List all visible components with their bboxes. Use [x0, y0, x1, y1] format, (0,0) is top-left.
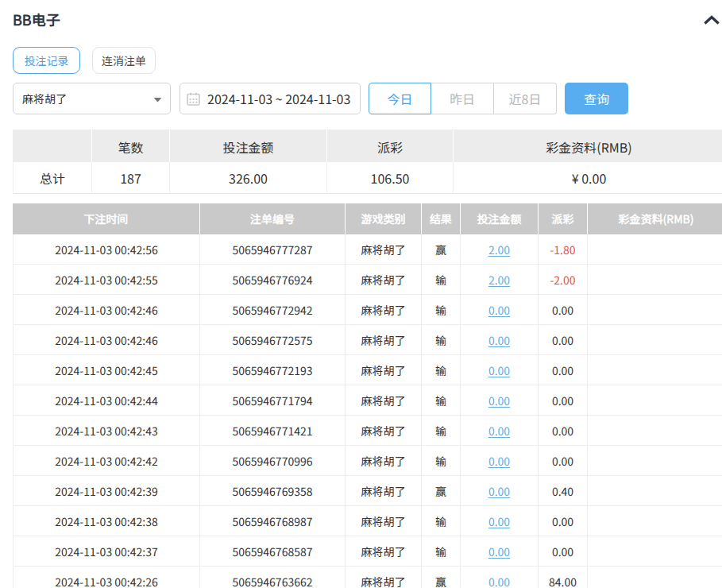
cell-result: 输	[422, 295, 461, 325]
cell-bet-number: 5065946771794	[200, 385, 346, 416]
date-range-picker[interactable]: 2024-11-03 ~ 2024-11-03	[180, 83, 361, 114]
summary-col-empty	[13, 130, 92, 162]
cell-payout: 84.00	[539, 567, 588, 588]
cell-bonus	[588, 234, 722, 265]
cell-bet-time: 2024-11-03 00:42:38	[13, 506, 200, 536]
cell-result: 赢	[422, 476, 461, 506]
tab-cancelled-bets[interactable]: 连消注单	[92, 47, 156, 74]
cell-bet-amount: 0.00	[461, 295, 539, 325]
records-col-result: 结果	[422, 203, 461, 234]
summary-total-row: 总计 187 326.00 106.50 ¥ 0.00	[13, 162, 722, 194]
chevron-up-icon	[702, 14, 721, 28]
caret-down-icon	[153, 98, 162, 103]
summary-total-payout: 106.50	[327, 162, 454, 194]
record-row: 2024-11-03 00:42:42 5065946770996 麻将胡了 输…	[13, 446, 722, 476]
cell-bet-number: 5065946771421	[200, 416, 346, 446]
last-8-days-button[interactable]: 近8日	[494, 83, 557, 114]
records-col-payout: 派彩	[539, 203, 588, 234]
cell-payout: 0.00	[539, 446, 588, 476]
records-col-bet-amount: 投注金额	[461, 203, 539, 234]
cell-result: 输	[422, 265, 461, 295]
summary-total-bet-amount: 326.00	[170, 162, 327, 194]
cell-result: 输	[422, 506, 461, 536]
bet-amount-link[interactable]: 0.00	[488, 393, 510, 408]
summary-total-count: 187	[92, 162, 170, 194]
cell-payout: 0.00	[539, 416, 588, 446]
cell-bet-number: 5065946763662	[200, 567, 346, 588]
bet-amount-link[interactable]: 0.00	[488, 513, 510, 529]
record-row: 2024-11-03 00:42:44 5065946771794 麻将胡了 输…	[13, 385, 722, 416]
filter-bar: 麻将胡了 2024	[0, 83, 722, 114]
cell-bet-time: 2024-11-03 00:42:55	[13, 265, 200, 295]
cell-bonus	[588, 506, 722, 536]
summary-col-bet-amount: 投注金额	[170, 130, 327, 162]
record-row: 2024-11-03 00:42:55 5065946776924 麻将胡了 输…	[13, 265, 722, 295]
bet-amount-link[interactable]: 0.00	[488, 453, 510, 469]
tab-bet-records[interactable]: 投注记录	[13, 47, 80, 74]
cell-bonus	[588, 536, 722, 567]
yesterday-button[interactable]: 昨日	[431, 83, 494, 114]
summary-col-count: 笔数	[92, 130, 170, 162]
cell-bet-amount: 2.00	[461, 234, 539, 265]
cell-bet-time: 2024-11-03 00:42:56	[13, 234, 200, 265]
cell-bet-number: 5065946768587	[200, 536, 346, 567]
bet-amount-link[interactable]: 2.00	[488, 242, 510, 257]
cell-bet-amount: 2.00	[461, 265, 539, 295]
cell-bet-amount: 0.00	[461, 567, 539, 588]
cell-bet-number: 5065946772942	[200, 295, 346, 325]
cell-bet-amount: 0.00	[461, 416, 539, 446]
cell-result: 赢	[422, 234, 461, 265]
records-table-head: 下注时间 注单编号 游戏类别 结果 投注金额 派彩 彩金资料(RMB)	[13, 203, 722, 234]
cell-result: 输	[422, 536, 461, 567]
cell-payout: 0.00	[539, 295, 588, 325]
cell-game-type: 麻将胡了	[346, 506, 422, 536]
cell-bet-time: 2024-11-03 00:42:44	[13, 385, 200, 416]
cell-game-type: 麻将胡了	[346, 476, 422, 506]
record-row: 2024-11-03 00:42:37 5065946768587 麻将胡了 输…	[13, 536, 722, 567]
bet-amount-link[interactable]: 0.00	[488, 302, 510, 318]
cell-payout: 0.00	[539, 385, 588, 416]
cell-bet-amount: 0.00	[461, 355, 539, 385]
cell-game-type: 麻将胡了	[346, 536, 422, 567]
cell-bonus	[588, 325, 722, 355]
bet-amount-link[interactable]: 0.00	[488, 332, 510, 348]
cell-game-type: 麻将胡了	[346, 325, 422, 355]
collapse-panel-button[interactable]	[702, 14, 721, 28]
summary-total-bonus: ¥ 0.00	[454, 162, 722, 194]
summary-table-head: 笔数 投注金额 派彩 彩金资料(RMB)	[13, 130, 722, 162]
cell-bet-time: 2024-11-03 00:42:46	[13, 295, 200, 325]
bet-amount-link[interactable]: 0.00	[488, 423, 510, 439]
bet-amount-link[interactable]: 0.00	[488, 483, 510, 499]
cell-bonus	[588, 476, 722, 506]
cell-bet-amount: 0.00	[461, 325, 539, 355]
bet-amount-link[interactable]: 0.00	[488, 362, 510, 378]
summary-col-bonus: 彩金资料(RMB)	[454, 130, 722, 162]
panel-title: BB电子	[13, 9, 60, 29]
cell-bet-amount: 0.00	[461, 385, 539, 416]
cell-result: 输	[422, 446, 461, 476]
summary-table: 笔数 投注金额 派彩 彩金资料(RMB) 总计 187 326.00 106.5…	[13, 130, 722, 194]
cell-payout: -2.00	[539, 265, 588, 295]
record-row: 2024-11-03 00:42:46 5065946772575 麻将胡了 输…	[13, 325, 722, 355]
bet-amount-link[interactable]: 2.00	[488, 272, 510, 288]
game-select[interactable]: 麻将胡了	[13, 83, 171, 114]
records-col-bet-number: 注单编号	[200, 203, 346, 234]
cell-bonus	[588, 416, 722, 446]
record-row: 2024-11-03 00:42:26 5065946763662 麻将胡了 赢…	[13, 567, 722, 588]
cell-bet-time: 2024-11-03 00:42:37	[13, 536, 200, 567]
cell-payout: 0.00	[539, 536, 588, 567]
bet-amount-link[interactable]: 0.00	[488, 544, 510, 559]
query-button[interactable]: 查询	[565, 83, 628, 114]
cell-payout: 0.40	[539, 476, 588, 506]
cell-bet-time: 2024-11-03 00:42:26	[13, 567, 200, 588]
bet-amount-link[interactable]: 0.00	[488, 574, 510, 588]
records-table: 下注时间 注单编号 游戏类别 结果 投注金额 派彩 彩金资料(RMB) 2024…	[13, 203, 722, 588]
record-row: 2024-11-03 00:42:43 5065946771421 麻将胡了 输…	[13, 416, 722, 446]
cell-game-type: 麻将胡了	[346, 385, 422, 416]
cell-result: 输	[422, 355, 461, 385]
summary-header-row: 笔数 投注金额 派彩 彩金资料(RMB)	[13, 130, 722, 162]
today-button[interactable]: 今日	[369, 83, 431, 114]
summary-col-payout: 派彩	[327, 130, 454, 162]
date-range-value: 2024-11-03 ~ 2024-11-03	[207, 83, 350, 114]
cell-bonus	[588, 295, 722, 325]
